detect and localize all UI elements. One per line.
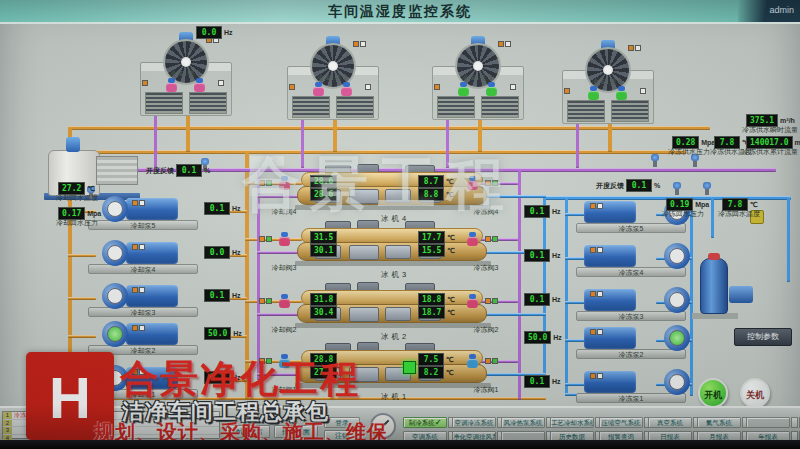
tower-outlet-valve[interactable] [616,86,627,100]
alarm-screen-button[interactable]: 报警画面 [274,425,318,438]
tower-inlet-valve[interactable] [166,78,177,92]
control-params-button[interactable]: 控制参数 [734,328,792,346]
chiller-unit[interactable]: 28.628.68.7℃8.8℃冷却阀4冷冻阀4冰机4 [255,170,555,222]
pump-frequency: 0.0Hz [204,246,241,259]
tower-outlet-valve[interactable] [486,82,497,96]
cooling-tower[interactable]: 冷却塔4 [562,40,654,126]
chilled-valve-label: 冷冻阀3 [453,263,519,273]
nav-button-nav_row1-5[interactable]: 压缩空气系统 [599,417,643,428]
chilled-pump[interactable]: 冷冻泵250.0Hz [576,323,706,361]
cooling-valve[interactable] [279,232,290,246]
cooling-valve-status [259,358,272,364]
chiller-chilled-outlet-temp: 15.5℃ [418,244,455,257]
scada-screen: 车间温湿度监控系统 admin 控制参数 开机 关机 冷却塔10.0Hz冷却塔2… [0,0,800,440]
pump-label: 冷却泵5 [88,221,198,231]
chilled-pump[interactable]: 冷冻泵30.1Hz [576,285,706,323]
tower-inlet-valve[interactable] [313,82,324,96]
pump-status [132,244,145,250]
status-indicator [597,373,603,379]
chiller-chilled-inlet-temp-value: 8.7 [418,175,444,188]
active-check-icon: ✓ [435,418,442,427]
pump-status [590,291,603,297]
transmitter-sensor-icon [702,182,712,195]
chiller-cooling-inlet-temp: 28.8 [310,353,337,366]
cooling-tower[interactable]: 冷却塔2 [287,36,379,122]
chilled-valve[interactable] [467,232,478,246]
alarm-row[interactable]: 3 [3,427,219,435]
cooling-valve-label: 冷却阀4 [255,207,313,217]
cooling-water-pipe [68,126,710,130]
cooling-valve-label: 冷却阀1 [255,385,313,395]
tower-inlet-valve[interactable] [458,82,469,96]
status-indicator [353,41,359,47]
cooling-tower[interactable]: 冷却塔10.0Hz [140,32,232,118]
status-indicator [597,247,603,253]
chiller-unit[interactable]: 31.830.418.8℃18.7℃冷却阀2冷冻阀2冰机2 [255,288,555,340]
chiller-unit[interactable]: 28.827.47.5℃8.2℃冷却阀1冷冻阀1冰机1 [255,348,555,400]
tower-fan-frequency: 0.0Hz [196,26,233,39]
chilled-pump[interactable]: 冷冻泵40.1Hz [576,241,706,279]
alarm-row[interactable]: 2 [3,420,219,428]
chilled-valve[interactable] [467,176,478,190]
nav-button-nav_row1-4[interactable]: 工艺冷却水系统 [550,417,594,428]
chilled-valve[interactable] [467,354,478,368]
logged-in-user: admin [769,5,794,15]
pump-status [132,369,145,375]
start-button[interactable]: 开机 [698,378,728,408]
chiller-chilled-inlet-temp: 8.7℃ [418,175,454,188]
status-indicator [259,358,265,364]
nav-button-nav_row1-6[interactable]: 真空系统 [648,417,692,428]
login-button[interactable]: 登录 [324,417,360,428]
alarm-list[interactable]: 1冷冻回水压力低报警234 [2,411,220,439]
nav-button-nav_row1-1[interactable]: 制冷系统✓ [403,417,447,428]
opening-feedback-unit: % [654,182,660,189]
chiller-unit[interactable]: 31.530.117.7℃15.5℃冷却阀3冷冻阀3冰机3 [255,226,555,278]
status-indicator [139,287,145,293]
tower-outlet-valve[interactable] [341,82,352,96]
cooling-pump[interactable]: 冷却泵40.0Hz [88,238,218,276]
cooling-pump[interactable]: 冷却泵250.0Hz [88,319,218,357]
tower-status-right [365,84,371,90]
status-indicator [132,287,138,293]
cooling-pump[interactable]: 冷却泵10.1Hz [88,363,218,401]
opening-feedback-right: 开度反馈0.1% [596,179,660,192]
chiller-chilled-outlet-temp: 8.8℃ [418,188,454,201]
cooling-tower[interactable]: 冷却塔3 [432,36,524,122]
chilled-water-pipe [787,196,790,282]
cooling-valve[interactable] [279,176,290,190]
opening-feedback-label: 开度反馈 [146,166,174,176]
photographed-hmi-screen: 车间温湿度监控系统 admin 控制参数 开机 关机 冷却塔10.0Hz冷却塔2… [0,0,800,449]
tower-louvre [437,96,475,118]
cooling-valve-label: 冷却阀2 [255,325,313,335]
pump-label: 冷却泵4 [88,265,198,275]
stop-button[interactable]: 关机 [740,378,770,408]
alarm-row-number: 3 [3,427,12,434]
chiller-chilled-outlet-temp-value: 18.7 [418,306,445,319]
cooling-valve[interactable] [279,294,290,308]
transmitter-sensor-icon [650,154,660,167]
cooling-pump[interactable]: 冷却泵30.1Hz [88,281,218,319]
chilled-pump[interactable]: 冷冻泵10.1Hz [576,367,706,405]
chiller-cooling-outlet-temp: 28.6 [310,188,337,201]
chilled-valve[interactable] [467,294,478,308]
tower-status-right [640,88,646,94]
chiller-panel [385,307,411,321]
pump-gauge-icon [669,292,685,308]
cooling-valve[interactable] [279,354,290,368]
nav-button-nav_row1-2[interactable]: 空调冷冻系统 [452,417,496,428]
analog-clock [370,413,396,439]
opening-feedback-unit: % [204,167,210,174]
tower-inlet-valve[interactable] [588,86,599,100]
cooling-pump[interactable]: 冷却泵50.1Hz [88,194,218,232]
status-indicator [259,236,265,242]
tower-outlet-valve[interactable] [194,78,205,92]
nav-button-nav_row1-7[interactable]: 氮气系统 [697,417,741,428]
pump-label: 冷冻泵5 [576,224,686,234]
nav-button-nav_row1-3[interactable]: 风冷热泵系统 [501,417,545,428]
status-indicator [498,41,504,47]
right-reading-unit: m³ [795,139,800,146]
alarm-row[interactable]: 1冷冻回水压力低报警 [3,412,219,420]
alarm-ack-button[interactable]: 确认/消音 [226,425,270,438]
right-reading-label: 冷冻回水压力 [662,210,704,218]
opening-feedback-value: 0.1 [626,179,652,192]
